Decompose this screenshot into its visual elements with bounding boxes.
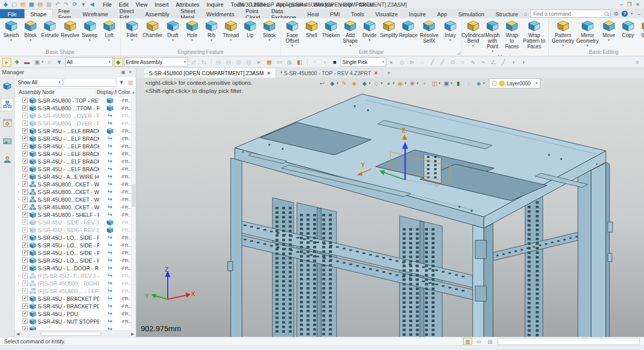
- visibility-checkbox[interactable]: ✓: [22, 303, 28, 309]
- remove-entity-icon[interactable]: ▬: [22, 58, 32, 67]
- regen-icon[interactable]: ⟳: [71, 1, 79, 8]
- view-orientation-icon[interactable]: ▣: [442, 79, 451, 88]
- add-shape-button[interactable]: Add Shape▾: [341, 19, 360, 48]
- sketch-button[interactable]: Sketch▾: [2, 19, 21, 43]
- vscroll-thumb[interactable]: [132, 184, 135, 207]
- chevron-down-icon[interactable]: ▾: [562, 44, 564, 48]
- display-link-icon[interactable]: ↪: [99, 158, 120, 165]
- section-view-icon[interactable]: ◫: [430, 79, 439, 88]
- status-input[interactable]: [498, 338, 640, 345]
- cylindrical-bend-button[interactable]: Cylindrical Bend▾: [464, 19, 483, 48]
- tree-row[interactable]: ✓S-SR-45U - PDU↪-FR..R: [15, 310, 136, 317]
- zoom-window-icon[interactable]: ▫: [419, 79, 429, 88]
- display-shaded-icon[interactable]: [99, 128, 120, 134]
- ribbon-tab-wireframe[interactable]: Wireframe: [77, 9, 114, 18]
- ribbon-tab-simulation[interactable]: Simulation: [453, 9, 490, 18]
- visibility-checkbox[interactable]: ✓: [22, 311, 28, 316]
- tree-row[interactable]: ✓S-SR-45U800 - SHELF - REV 3↪-FR..R: [15, 211, 136, 218]
- pan-icon[interactable]: ◖: [509, 58, 518, 67]
- tree-row[interactable]: ✓S-SR-45U - SIDE - REV 3-FR..R: [15, 226, 136, 234]
- face-offset-button[interactable]: Face Offset▾: [283, 19, 302, 48]
- visibility-checkbox[interactable]: ✓: [22, 120, 28, 126]
- align-alt-icon[interactable]: ⇆: [199, 58, 208, 67]
- tree-row[interactable]: ›✓S-SR-45U800...CKET - WELD↪-FR..R: [15, 203, 136, 211]
- visibility-checkbox[interactable]: ✓: [22, 288, 28, 294]
- chevron-down-icon[interactable]: ▾: [29, 38, 32, 42]
- visibility-checkbox[interactable]: ✓: [22, 258, 28, 263]
- display-link-icon[interactable]: ↪: [99, 280, 120, 287]
- chevron-down-icon[interactable]: ▾: [108, 38, 110, 42]
- ribbon-tab-free-form[interactable]: Free Form: [53, 9, 77, 18]
- tree-row[interactable]: ✓↪: [15, 325, 136, 330]
- settings-gear-icon[interactable]: ⚙: [614, 11, 619, 17]
- display-link-icon[interactable]: ↪: [99, 188, 120, 195]
- lip-button[interactable]: Lip: [240, 19, 260, 39]
- display-link-icon[interactable]: ↪: [99, 112, 120, 119]
- ribbon-tab-point-cloud[interactable]: Point Cloud: [240, 9, 266, 18]
- ribbon-tab-shape[interactable]: Shape: [24, 9, 53, 18]
- history-icon[interactable]: ◔: [310, 58, 319, 67]
- visibility-checkbox[interactable]: ✓: [22, 143, 28, 149]
- visibility-checkbox[interactable]: ✓: [22, 250, 28, 256]
- layer-color-icon[interactable]: [499, 81, 505, 86]
- thread-button[interactable]: Thread▾: [221, 19, 240, 43]
- ribbon-tab-structure[interactable]: Structure: [490, 9, 524, 18]
- ribbon-tab-file[interactable]: File: [0, 9, 24, 18]
- circle-icon[interactable]: ○: [458, 58, 468, 67]
- filter-options-icon[interactable]: ▥: [127, 78, 135, 86]
- wrap-pattern-to-faces-button[interactable]: Wrap Pattern to Faces: [522, 19, 547, 50]
- graphics-canvas[interactable]: Z Y Z X Y: [136, 78, 644, 337]
- expand-icon[interactable]: ›: [18, 281, 22, 285]
- exit-env-icon[interactable]: ↩: [317, 79, 327, 88]
- rib-button[interactable]: Rib▾: [202, 19, 221, 43]
- pattern-geometry-button[interactable]: Pattern Geometry▾: [550, 19, 576, 48]
- chevron-down-icon[interactable]: ▾: [336, 81, 339, 85]
- display-shaded-icon[interactable]: [99, 219, 120, 226]
- tree-row[interactable]: ✓S-SR-45U - LO... SIDE - REV 3↪-FR..R: [15, 234, 136, 241]
- display-link-icon[interactable]: ↪: [99, 196, 120, 203]
- chevron-down-icon[interactable]: ▾: [492, 49, 494, 53]
- expand-icon[interactable]: ›: [18, 205, 22, 209]
- replace-button[interactable]: Replace: [398, 19, 418, 39]
- chevron-down-icon[interactable]: ▾: [230, 38, 232, 42]
- display-link-icon[interactable]: ↪: [99, 272, 120, 279]
- help-caret-icon[interactable]: ▾: [631, 12, 633, 16]
- resolve-selfx-button[interactable]: Resolve SelfX: [418, 19, 441, 44]
- ribbon-tab-pmi[interactable]: PMI: [324, 9, 346, 18]
- chevron-down-icon[interactable]: ▾: [369, 38, 371, 42]
- show-filter-select[interactable]: Show All ▾: [16, 78, 63, 87]
- display-link-icon[interactable]: ↪: [99, 143, 120, 149]
- dialog-launcher-icon[interactable]: ◿: [457, 51, 461, 55]
- assembly-tree-icon[interactable]: [1, 98, 13, 111]
- chevron-down-icon[interactable]: ▾: [369, 81, 371, 85]
- hole-button[interactable]: Hole▾: [182, 19, 202, 43]
- visibility-checkbox[interactable]: ✓: [22, 227, 28, 233]
- find-command-input[interactable]: [532, 11, 603, 17]
- chevron-down-icon[interactable]: ▾: [191, 38, 193, 42]
- tree-vertical-scrollbar[interactable]: [131, 94, 136, 331]
- fillet-button[interactable]: Fillet▾: [122, 19, 142, 43]
- ribbon-tab-app[interactable]: App: [432, 9, 453, 18]
- close-tab-icon[interactable]: ✕: [374, 71, 378, 76]
- menu-tools[interactable]: Tools: [227, 1, 248, 8]
- chevron-down-icon[interactable]: ▾: [405, 81, 407, 85]
- menu-utilities[interactable]: Utilities: [248, 1, 272, 8]
- revolve-button[interactable]: Revolve: [59, 19, 80, 39]
- scope-select[interactable]: Entire Assembly▾: [124, 57, 188, 67]
- restore-button[interactable]: ❐: [627, 2, 632, 7]
- angle-icon[interactable]: ∠: [489, 58, 498, 67]
- doc-minimize-button[interactable]: –: [638, 11, 641, 17]
- tree-row[interactable]: ✓S-SR-45U - BRACKET PDU↪-FR..R: [15, 295, 136, 302]
- chevron-down-icon[interactable]: ▾: [587, 44, 589, 48]
- session-icon[interactable]: ◧: [295, 58, 304, 67]
- ribbon-tab-assembly[interactable]: Assembly: [140, 9, 175, 18]
- bg-green-swatch[interactable]: ▮: [453, 79, 463, 88]
- expand-icon[interactable]: ›: [18, 189, 22, 194]
- sweep-button[interactable]: Sweep▾: [80, 19, 100, 43]
- visibility-checkbox[interactable]: ✓: [22, 105, 28, 111]
- insert-image-icon[interactable]: ▣: [33, 58, 42, 67]
- ribbon-tab-visualize[interactable]: Visualize: [370, 9, 403, 18]
- visibility-checkbox[interactable]: ✓: [22, 197, 28, 202]
- tree-row[interactable]: ✓S-SR-45U - L...DOOR - REV 4↪-FR..R: [15, 264, 136, 272]
- display-link-icon[interactable]: ↪: [99, 242, 120, 248]
